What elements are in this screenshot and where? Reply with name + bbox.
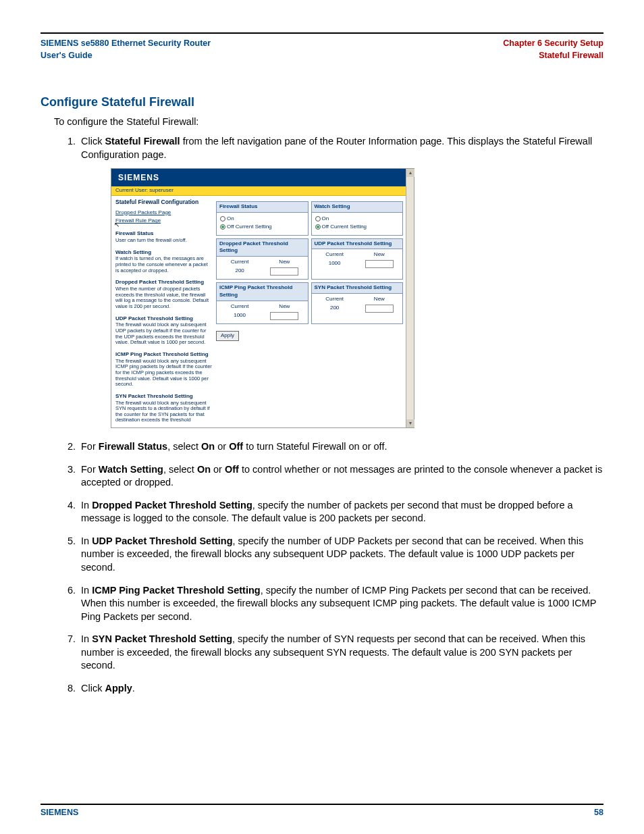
radio-watch-on[interactable] [315,216,321,221]
panel-firewall-status: Firewall Status On Off Current Setting [216,201,308,235]
step-4: In Dropped Packet Threshold Setting, spe… [78,499,603,525]
user-bar: Current User: superuser [111,186,414,196]
header-right-line1: Chapter 6 Security Setup [503,38,603,50]
step-8: Click Apply. [78,682,603,696]
input-udp-new[interactable] [365,260,394,268]
steps-list: Click Stateful Firewall from the left na… [58,135,603,696]
top-rule [41,32,603,34]
step-6: In ICMP Ping Packet Threshold Setting, s… [78,584,603,624]
step-2: For Firewall Status, select On or Off to… [78,440,603,454]
header-right-line2: Stateful Firewall [503,50,603,62]
link-firewall-rule[interactable]: Firewall Rule Page [115,217,212,225]
panel-udp-threshold: UDP Packet Threshold Setting Current1000… [311,238,404,280]
radio-on[interactable] [220,216,225,221]
panel-syn-threshold: SYN Packet Threshold Setting Current200 … [311,282,404,324]
header-left-line2: User's Guide [41,50,211,62]
page-footer: SIEMENS 58 [41,804,603,817]
brand-bar: SIEMENS [111,169,414,186]
link-dropped-packets[interactable]: Dropped Packets Page [115,209,212,217]
intro-text: To configure the Stateful Firewall: [54,116,603,127]
shot-sidebar: ↖ Stateful Firewall Configuration Droppe… [111,196,216,427]
cursor-icon: ↖ [114,220,119,230]
step-7: In SYN Packet Threshold Setting, specify… [78,633,603,673]
footer-brand: SIEMENS [41,808,78,817]
shot-main: Firewall Status On Off Current Setting W… [216,196,414,427]
radio-off[interactable] [220,224,225,230]
panel-dropped-threshold: Dropped Packet Threshold Setting Current… [216,238,308,280]
section-heading: Configure Stateful Firewall [41,95,603,109]
input-icmp-new[interactable] [270,312,298,320]
scroll-down-icon[interactable]: ▾ [406,419,414,427]
step-5: In UDP Packet Threshold Setting, specify… [78,535,603,575]
step-3: For Watch Setting, select On or Off to c… [78,463,603,490]
header-left-line1: SIEMENS se5880 Ethernet Security Router [41,38,211,50]
scrollbar[interactable]: ▴ ▾ [406,169,414,427]
footer-page-number: 58 [594,808,603,817]
step-1: Click Stateful Firewall from the left na… [78,135,603,428]
input-dropped-new[interactable] [270,267,298,276]
panel-icmp-threshold: ICMP Ping Packet Threshold Setting Curre… [216,282,308,324]
scroll-up-icon[interactable]: ▴ [406,169,414,177]
input-syn-new[interactable] [365,305,394,313]
sidebar-title: Stateful Firewall Configuration [115,199,212,206]
apply-button[interactable]: Apply [216,331,239,341]
radio-watch-off[interactable] [315,224,321,230]
page-header: SIEMENS se5880 Ethernet Security Router … [41,36,603,66]
screenshot: ▴ ▾ SIEMENS Current User: superuser ↖ St… [111,168,414,428]
panel-watch-setting: Watch Setting On Off Current Setting [311,201,404,235]
